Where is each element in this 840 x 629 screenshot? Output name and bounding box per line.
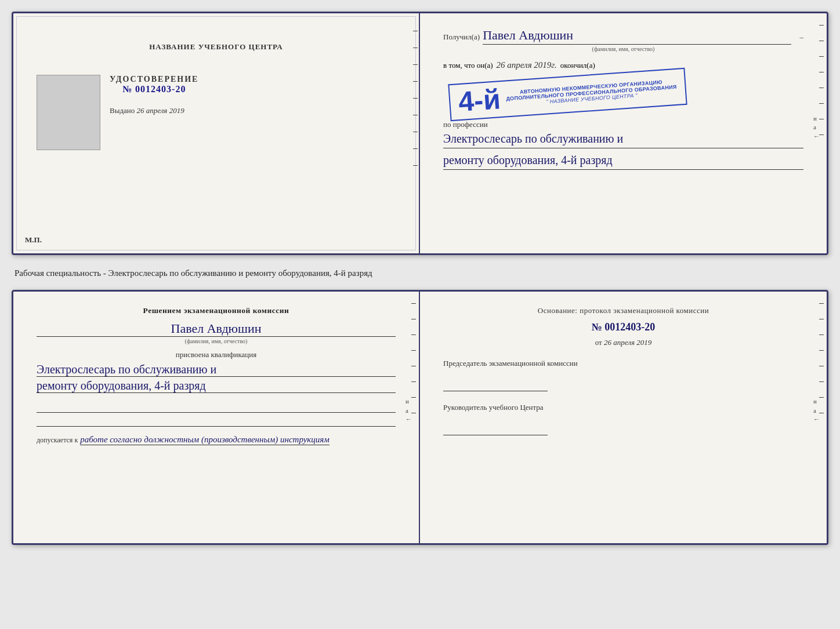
stamp-rank: 4-й [458,85,501,116]
vtom-section: в том, что он(а) 26 апреля 2019г. окончи… [443,60,803,113]
udostoverenie-block: УДОСТОВЕРЕНИЕ № 0012403-20 [110,75,198,94]
fio-label: (фамилия, имя, отчество) [443,46,803,52]
fio-label-bottom: (фамилия, имя, отчество) [37,338,396,344]
predsedatel-block: Председатель экзаменационной комиссии [443,359,803,391]
certificate-booklet-top: НАЗВАНИЕ УЧЕБНОГО ЦЕНТРА УДОСТОВЕРЕНИЕ №… [12,12,828,255]
sig-line-2 [37,415,396,427]
photo-placeholder [37,75,100,150]
resheniem-title: Решением экзаменационной комиссии [37,306,396,315]
profession-line1: Электрослесарь по обслуживанию и [443,129,803,148]
poluchil-line: Получил(a) Павел Авдюшин – [443,28,803,45]
right-edge-dashes [819,25,824,135]
booklet2-left-page: Решением экзаменационной комиссии Павел … [13,292,420,543]
stamp-area: 4-й АВТОНОМНУЮ НЕКОММЕРЧЕСКУЮ ОРГАНИЗАЦИ… [443,76,803,113]
protokol-number: № 0012403-20 [443,321,803,333]
osnovanie-text: Основание: протокол экзаменационной коми… [443,306,803,315]
left-panel-right-labels: и а ← [405,397,412,424]
recipient-name: Павел Авдюшин [483,28,791,45]
dopuskaetsya-line: допускается к работе согласно должностны… [37,435,396,445]
school-name-title: НАЗВАНИЕ УЧЕБНОГО ЦЕНТРА [149,42,283,52]
po-professii-section: по профессии Электрослесарь по обслужива… [443,119,803,170]
booklet-left-page: НАЗВАНИЕ УЧЕБНОГО ЦЕНТРА УДОСТОВЕРЕНИЕ №… [13,13,420,253]
prisvoena-label: присвоена квалификация [37,350,396,359]
profession-line2: ремонту оборудования, 4-й разряд [443,151,803,170]
recipient-name-bottom: Павел Авдюшин [37,321,396,337]
right-labels: и а ← [813,114,820,141]
left-panel-right-dashes [411,303,416,413]
rukovoditel-block: Руководитель учебного Центра [443,403,803,435]
caption-text: Рабочая специальность - Электрослесарь п… [12,266,828,279]
sig-line-1 [37,401,396,413]
cert-number: № 0012403-20 [122,84,186,94]
vydano-date: 26 апреля 2019 [137,106,184,115]
vtom-date: 26 апреля 2019г. [497,60,557,70]
dopusk-text: работе согласно должностным (производств… [80,435,330,445]
booklet2-right-page: Основание: протокол экзаменационной коми… [420,292,827,543]
udostoverenie-label: УДОСТОВЕРЕНИЕ [110,75,198,84]
vydano-line: Выдано 26 апреля 2019 [110,106,198,115]
stamp-box: 4-й АВТОНОМНУЮ НЕКОММЕРЧЕСКУЮ ОРГАНИЗАЦИ… [448,68,687,121]
certificate-booklet-bottom: Решением экзаменационной комиссии Павел … [12,290,828,545]
right-panel-dashes [819,303,824,413]
ot-date: от 26 апреля 2019 [443,338,803,347]
right-panel-labels: и а ← [813,397,820,424]
decorative-dashes [413,31,418,166]
qual-line2: ремонту оборудования, 4-й разряд [37,379,396,393]
booklet-right-page: Получил(a) Павел Авдюшин – (фамилия, имя… [420,13,827,253]
mp-label: М.П. [25,235,42,245]
vtom-okonchil-line: в том, что он(а) 26 апреля 2019г. окончи… [443,60,803,70]
qual-line1: Электрослесарь по обслуживанию и [37,363,396,377]
